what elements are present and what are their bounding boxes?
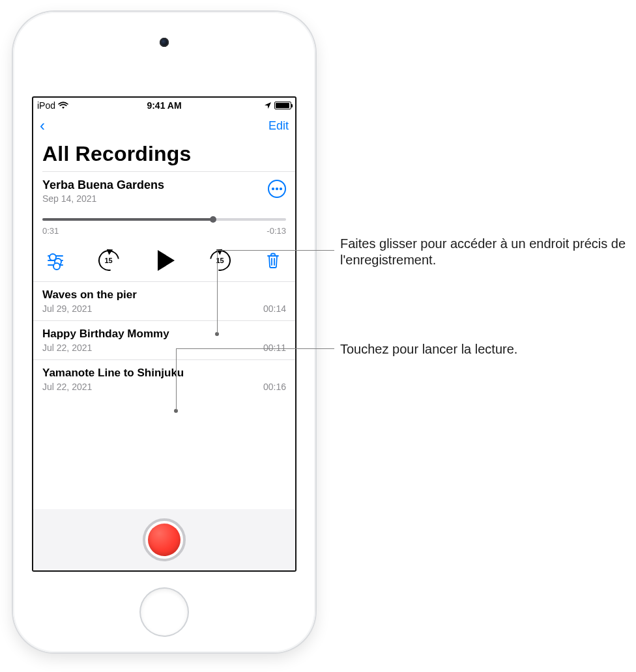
trash-icon (265, 252, 281, 269)
recording-title: Yamanote Line to Shinjuku (42, 367, 286, 380)
expanded-recording[interactable]: Yerba Buena Gardens Sep 14, 2021 0:31 -0… (33, 172, 295, 282)
callout-line (176, 348, 177, 410)
record-toolbar (33, 509, 295, 570)
callout-line (217, 250, 218, 333)
skip-back-15-button[interactable]: 15 (97, 249, 121, 272)
camera-dot (160, 38, 169, 47)
skip-forward-icon: 15 (210, 250, 231, 271)
screen: iPod 9:41 AM ‹ Edit All Recordings (32, 96, 296, 572)
recording-item[interactable]: Waves on the pier Jul 29, 2021 00:14 (33, 282, 295, 321)
recording-duration: 00:14 (263, 303, 286, 314)
home-button[interactable] (141, 589, 188, 636)
playback-slider[interactable]: 0:31 -0:13 (42, 218, 286, 236)
status-time: 9:41 AM (147, 100, 181, 111)
carrier-label: iPod (37, 100, 55, 111)
device-frame: iPod 9:41 AM ‹ Edit All Recordings (13, 12, 315, 652)
callout-line (176, 348, 334, 349)
sliders-icon (48, 255, 63, 266)
skip-back-icon: 15 (98, 250, 119, 271)
ellipsis-icon (272, 188, 282, 190)
callout-text-slider: Faites glisser pour accéder à un endroit… (340, 236, 627, 268)
recording-date: Jul 22, 2021 (42, 343, 92, 353)
edit-button[interactable]: Edit (268, 119, 289, 133)
more-button[interactable] (268, 180, 286, 198)
page-title: All Recordings (33, 139, 295, 171)
recording-title: Yerba Buena Gardens (42, 178, 164, 192)
skip-forward-15-button[interactable]: 15 (209, 249, 232, 272)
callout-line (217, 250, 334, 251)
back-button[interactable]: ‹ (40, 117, 45, 135)
elapsed-time: 0:31 (42, 226, 59, 236)
recording-date: Sep 14, 2021 (42, 193, 164, 204)
recording-duration: 00:16 (263, 382, 286, 392)
recording-date: Jul 22, 2021 (42, 382, 92, 392)
status-bar: iPod 9:41 AM (33, 98, 295, 112)
recording-item[interactable]: Yamanote Line to Shinjuku Jul 22, 2021 0… (33, 360, 295, 395)
recording-item[interactable]: Happy Birthday Mommy Jul 22, 2021 00:11 (33, 321, 295, 360)
play-button[interactable] (150, 249, 179, 272)
remaining-time: -0:13 (267, 226, 286, 236)
delete-button[interactable] (261, 249, 285, 272)
recording-title: Happy Birthday Mommy (42, 328, 286, 341)
battery-icon (274, 102, 291, 109)
callout-text-play: Touchez pour lancer la lecture. (340, 341, 517, 357)
options-button[interactable] (44, 249, 67, 272)
recording-title: Waves on the pier (42, 288, 286, 301)
location-icon (264, 102, 272, 109)
play-icon (158, 250, 175, 271)
recording-duration: 00:11 (263, 343, 286, 353)
record-icon (148, 524, 181, 556)
wifi-icon (58, 102, 68, 109)
record-button[interactable] (143, 518, 186, 561)
recording-date: Jul 29, 2021 (42, 303, 92, 314)
